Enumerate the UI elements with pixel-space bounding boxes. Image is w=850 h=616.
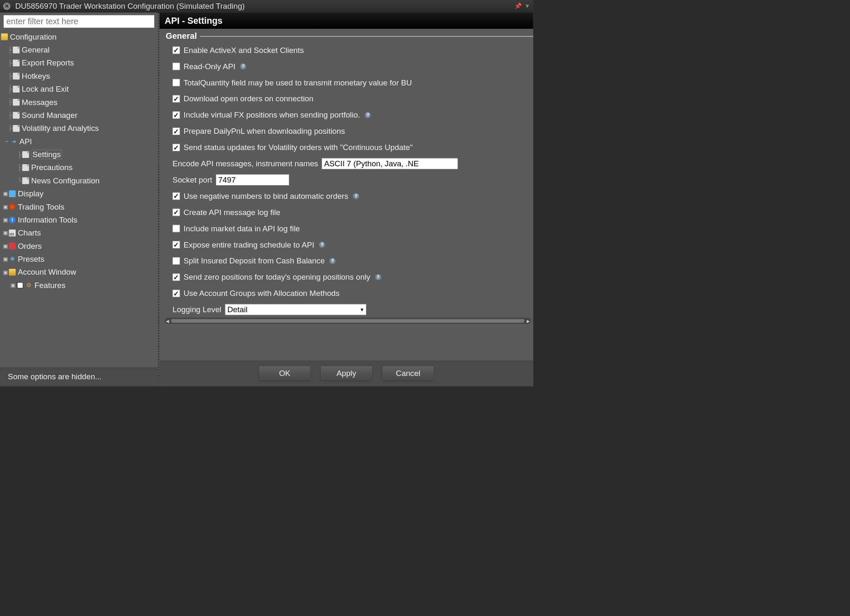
tree-label: Lock and Exit: [22, 85, 69, 93]
expand-icon[interactable]: ▣: [2, 204, 8, 210]
help-icon[interactable]: ?: [240, 63, 246, 70]
option-row: Create API message log file: [172, 204, 533, 220]
checkbox[interactable]: [172, 241, 180, 248]
checkbox[interactable]: [172, 225, 180, 233]
tree-label: Messages: [22, 98, 58, 107]
tree-node-settings[interactable]: ├Settings: [0, 148, 158, 161]
tree-label: Volatility and Analytics: [22, 124, 99, 133]
expand-icon[interactable]: ▣: [10, 282, 16, 288]
page-icon: [22, 151, 29, 158]
tree-label: Precautions: [31, 163, 72, 172]
logging-level-select[interactable]: Detail▼: [225, 304, 366, 315]
page-icon: [13, 60, 20, 66]
tree-elbow-icon: ├: [8, 59, 12, 67]
tree-node-volatility-and-analytics[interactable]: ├Volatility and Analytics: [0, 122, 158, 135]
info-icon: i: [9, 216, 15, 223]
tree-node-charts[interactable]: ▣Charts: [0, 226, 158, 239]
tree-elbow-icon: ├: [17, 151, 22, 158]
tree-node-api[interactable]: − ➔ API: [0, 135, 158, 148]
horizontal-scrollbar[interactable]: ◀ ▶: [165, 318, 530, 324]
help-icon[interactable]: ?: [353, 193, 359, 199]
page-icon: [13, 99, 20, 105]
cancel-button[interactable]: Cancel: [382, 366, 434, 381]
tree-node-general[interactable]: ├General: [0, 43, 158, 56]
main-header: API - Settings: [160, 13, 533, 29]
field-label: Logging Level: [172, 305, 221, 314]
checkbox[interactable]: [172, 79, 180, 86]
scroll-left-icon[interactable]: ◀: [165, 318, 170, 323]
tree-node-trading-tools[interactable]: ▣Trading Tools: [0, 200, 158, 213]
socket-port-input[interactable]: [216, 174, 289, 185]
expand-icon[interactable]: ▣: [2, 190, 8, 197]
expand-icon[interactable]: ▣: [2, 230, 8, 236]
scrollbar-thumb[interactable]: [171, 319, 524, 323]
pin-icon[interactable]: 📌: [515, 3, 522, 10]
ok-button[interactable]: OK: [258, 366, 310, 381]
option-row: Read-Only API?: [172, 58, 533, 75]
tree-label: Information Tools: [18, 215, 78, 224]
nav-tree: Configuration ├General├Export Reports├Ho…: [0, 29, 158, 367]
scroll-right-icon[interactable]: ▶: [525, 318, 531, 323]
filter-input[interactable]: [4, 15, 154, 28]
tree-elbow-icon: ├: [8, 85, 12, 93]
trading-icon: [9, 203, 15, 210]
help-icon[interactable]: ?: [365, 112, 371, 118]
tree-node-export-reports[interactable]: ├Export Reports: [0, 57, 158, 70]
tree-label: Orders: [18, 242, 42, 250]
checkbox[interactable]: [172, 63, 180, 70]
tree-node-account-window[interactable]: ▣Account Window: [0, 265, 158, 278]
expand-icon[interactable]: ▣: [2, 217, 8, 223]
tree-label: Account Window: [18, 268, 76, 276]
option-row: Include market data in API log file: [172, 220, 533, 237]
expand-icon[interactable]: ▣: [2, 243, 8, 249]
chevron-down-icon[interactable]: ▼: [525, 3, 530, 10]
checkbox[interactable]: [172, 257, 180, 265]
charts-icon: [9, 230, 15, 236]
page-icon: [13, 125, 20, 132]
checkbox[interactable]: [172, 193, 180, 200]
option-row: Include virtual FX positions when sendin…: [172, 107, 533, 123]
checkbox-label: Create API message log file: [183, 208, 280, 217]
close-icon[interactable]: ✕: [3, 3, 11, 10]
tree-node-messages[interactable]: ├Messages: [0, 96, 158, 109]
checkbox[interactable]: [172, 209, 180, 216]
tree-node-lock-and-exit[interactable]: ├Lock and Exit: [0, 83, 158, 95]
tree-node-news-configuration[interactable]: └News Configuration: [0, 174, 158, 187]
checkbox-label: Include virtual FX positions when sendin…: [183, 110, 360, 119]
tree-node-sound-manager[interactable]: ├Sound Manager: [0, 109, 158, 122]
checkbox[interactable]: [172, 144, 180, 151]
checkbox[interactable]: [172, 128, 180, 135]
expand-icon[interactable]: ▣: [2, 269, 8, 275]
checkbox[interactable]: [172, 47, 180, 54]
apply-button[interactable]: Apply: [320, 366, 372, 381]
tree-label: Display: [18, 189, 44, 198]
tree-node-display[interactable]: ▣Display: [0, 187, 158, 200]
main-panel: API - Settings General Enable ActiveX an…: [158, 13, 533, 386]
tree-node-precautions[interactable]: ├Precautions: [0, 161, 158, 174]
help-icon[interactable]: ?: [375, 274, 381, 280]
tree-node-presets[interactable]: ▣✱Presets: [0, 253, 158, 265]
checkbox[interactable]: [172, 273, 180, 281]
option-row: Prepare DailyPnL when downloading positi…: [172, 123, 533, 140]
collapse-icon[interactable]: −: [4, 138, 10, 144]
encoding-select[interactable]: ASCII 7 (Python, Java, .NE: [322, 158, 458, 169]
option-row: Use negative numbers to bind automatic o…: [172, 188, 533, 204]
option-row: Download open orders on connection: [172, 91, 533, 107]
tree-node-configuration[interactable]: Configuration: [0, 30, 158, 43]
tree-label: Charts: [18, 228, 41, 237]
chevron-down-icon: ▼: [360, 307, 364, 312]
tree-node-orders[interactable]: ▣Orders: [0, 240, 158, 253]
checkbox-label: TotalQuantity field may be used to trans…: [183, 78, 412, 87]
option-row: Send status updates for Volatility order…: [172, 139, 533, 155]
help-icon[interactable]: ?: [330, 258, 336, 264]
help-icon[interactable]: ?: [319, 242, 325, 248]
expand-icon[interactable]: ▣: [2, 256, 8, 262]
tree-node-features[interactable]: ▣ ⚙ Features: [0, 279, 158, 292]
checkbox[interactable]: [172, 290, 180, 297]
checkbox[interactable]: [172, 95, 180, 103]
page-icon: [13, 47, 20, 53]
checkbox[interactable]: [172, 111, 180, 119]
tree-node-information-tools[interactable]: ▣iInformation Tools: [0, 213, 158, 226]
tree-node-hotkeys[interactable]: ├Hotkeys: [0, 70, 158, 83]
checkbox-label: Read-Only API: [183, 62, 235, 71]
